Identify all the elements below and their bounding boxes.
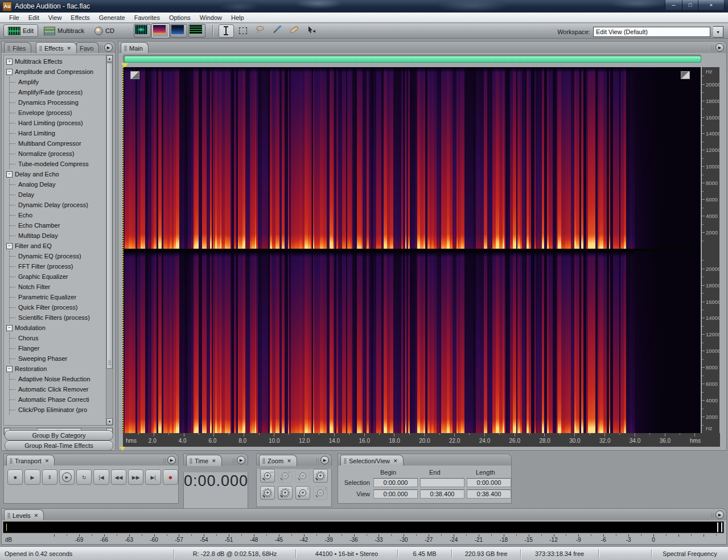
panel-menu-button[interactable]: ▶: [100, 43, 113, 52]
effect-item-row[interactable]: Quick Filter (process): [10, 302, 103, 312]
frequency-ruler-top-channel[interactable]: Hz20004000600080001000012000140001600018…: [702, 67, 719, 252]
effect-item-row[interactable]: Echo: [10, 210, 103, 220]
zoom-in-horizontal-button[interactable]: +↔: [260, 469, 275, 483]
zoom-out-horizontal-button[interactable]: −↔: [278, 469, 293, 483]
tab-main[interactable]: Main: [121, 42, 149, 53]
effect-category-row[interactable]: −Amplitude and Compression: [5, 67, 103, 77]
effects-tree-vertical-scrollbar[interactable]: ▲ ▼: [106, 55, 113, 426]
group-real-time-effects-button[interactable]: Group Real-Time Effects: [5, 440, 113, 451]
stop-button[interactable]: ■: [7, 470, 23, 485]
effect-item-row[interactable]: Click/Pop Eliminator (pro: [10, 405, 103, 415]
scrub-tool[interactable]: [304, 24, 319, 38]
go-to-beginning-button[interactable]: |◀: [93, 470, 109, 485]
chevron-down-icon[interactable]: ▼: [713, 26, 723, 38]
view-length-field[interactable]: 0:38.400: [467, 489, 511, 499]
collapse-icon[interactable]: −: [6, 243, 13, 249]
tab-levels[interactable]: Levels ✕: [4, 509, 44, 521]
scroll-down-icon[interactable]: ▼: [106, 418, 113, 425]
collapse-icon[interactable]: −: [6, 69, 13, 75]
effect-item-row[interactable]: Multitap Delay: [10, 230, 103, 241]
tab-zoom[interactable]: Zoom ✕: [259, 455, 297, 466]
effect-item-row[interactable]: Automatic Phase Correcti: [10, 394, 103, 405]
effect-category-row[interactable]: −Restoration: [5, 364, 103, 374]
go-to-end-button[interactable]: ▶|: [145, 470, 161, 485]
level-meter[interactable]: [3, 521, 724, 533]
effect-item-row[interactable]: Amplify/Fade (process): [10, 87, 103, 97]
selection-begin-field[interactable]: 0:00.000: [373, 478, 418, 487]
lasso-selection-tool[interactable]: [253, 24, 268, 38]
workspace-select[interactable]: Edit View (Default): [593, 27, 710, 37]
zoom-to-selection-button[interactable]: +: [313, 469, 328, 483]
menu-item-window[interactable]: Window: [195, 14, 227, 21]
effect-item-row[interactable]: Hard Limiting (process): [10, 118, 103, 128]
spectral-frequency-display-button[interactable]: [152, 24, 169, 38]
selection-handle-top-right[interactable]: [681, 71, 690, 79]
close-icon[interactable]: ✕: [393, 458, 398, 464]
zoom-out-vertical-button[interactable]: −↕: [313, 486, 328, 500]
effect-item-row[interactable]: FFT Filter (process): [10, 261, 103, 271]
collapse-icon[interactable]: −: [6, 171, 13, 178]
pause-button[interactable]: Ⅱ: [42, 470, 57, 485]
effects-paintbrush-tool[interactable]: [270, 24, 285, 38]
tab-files[interactable]: Files: [4, 42, 31, 53]
minimize-button[interactable]: ─: [665, 0, 682, 10]
menu-item-options[interactable]: Options: [164, 14, 195, 21]
effect-item-row[interactable]: Sweeping Phaser: [10, 353, 103, 364]
effect-item-row[interactable]: Adaptive Noise Reduction: [10, 374, 103, 384]
fast-forward-button[interactable]: ▶▶: [128, 470, 143, 485]
tab-favorites[interactable]: Favo: [76, 42, 99, 53]
menu-item-edit[interactable]: Edit: [24, 14, 44, 21]
effect-category-row[interactable]: −Filter and EQ: [5, 241, 103, 251]
tab-transport[interactable]: Transport ✕: [6, 455, 55, 466]
effect-item-row[interactable]: Flanger: [10, 343, 103, 353]
effect-item-row[interactable]: Notch Filter: [10, 282, 103, 292]
edit-view-button[interactable]: Edit: [3, 24, 38, 37]
expand-icon[interactable]: +: [6, 59, 13, 65]
menu-item-file[interactable]: File: [5, 14, 24, 21]
close-icon[interactable]: ✕: [45, 458, 50, 464]
spot-healing-brush-tool[interactable]: [287, 24, 302, 38]
menu-item-view[interactable]: View: [44, 14, 67, 21]
view-begin-field[interactable]: 0:00.000: [373, 489, 418, 499]
selection-length-field[interactable]: 0:00.000: [467, 478, 511, 487]
tab-time[interactable]: Time ✕: [186, 455, 222, 466]
zoom-in-right-edge-button[interactable]: +: [278, 486, 293, 500]
panel-menu-button[interactable]: ▶: [711, 43, 724, 52]
panel-menu-button[interactable]: ▶: [711, 510, 724, 519]
menu-item-help[interactable]: Help: [227, 14, 249, 21]
scrollbar-thumb[interactable]: [106, 63, 113, 369]
effect-item-row[interactable]: Scientific Filters (process): [10, 312, 103, 323]
horizontal-pan-track[interactable]: [123, 55, 701, 63]
effect-item-row[interactable]: Graphic Equalizer: [10, 271, 103, 282]
record-button[interactable]: ●: [163, 470, 178, 485]
frequency-ruler-bottom-channel[interactable]: Hz20004000600080001000012000140001600018…: [702, 252, 719, 433]
marquee-selection-tool[interactable]: [236, 24, 251, 38]
time-selection-tool[interactable]: [219, 24, 234, 38]
time-ruler[interactable]: 2.04.06.08.010.012.014.016.018.020.022.0…: [123, 433, 720, 447]
tab-effects[interactable]: Effects ✕: [36, 42, 77, 53]
effect-item-row[interactable]: Amplify: [10, 77, 103, 87]
waveform-display-button[interactable]: [134, 24, 151, 38]
close-button[interactable]: ×: [698, 0, 725, 10]
effect-item-row[interactable]: Multiband Compressor: [10, 138, 103, 149]
close-icon[interactable]: ✕: [34, 513, 39, 518]
effect-item-row[interactable]: Dynamic Delay (process): [10, 200, 103, 210]
effect-item-row[interactable]: Automatic Click Remover: [10, 384, 103, 394]
close-icon[interactable]: ✕: [287, 458, 291, 464]
loop-play-button[interactable]: ↻: [76, 470, 92, 485]
menu-item-generate[interactable]: Generate: [94, 14, 130, 21]
effect-item-row[interactable]: Normalize (process): [10, 149, 103, 159]
group-by-category-button[interactable]: Group By Category: [5, 430, 113, 440]
selection-end-field[interactable]: [420, 478, 464, 487]
effect-item-row[interactable]: Delay: [10, 190, 103, 200]
effect-item-row[interactable]: Echo Chamber: [10, 220, 103, 230]
zoom-in-left-edge-button[interactable]: +: [260, 486, 275, 500]
collapse-icon[interactable]: −: [6, 366, 13, 372]
zoom-in-vertical-button[interactable]: +↕: [295, 486, 310, 500]
view-end-field[interactable]: 0:38.400: [420, 489, 464, 499]
cd-view-button[interactable]: CD: [90, 24, 119, 37]
effect-item-row[interactable]: Analog Delay: [10, 179, 103, 190]
effect-item-row[interactable]: Hard Limiting: [10, 128, 103, 138]
effect-category-row[interactable]: −Delay and Echo: [5, 169, 103, 179]
effect-item-row[interactable]: Chorus: [10, 333, 103, 343]
